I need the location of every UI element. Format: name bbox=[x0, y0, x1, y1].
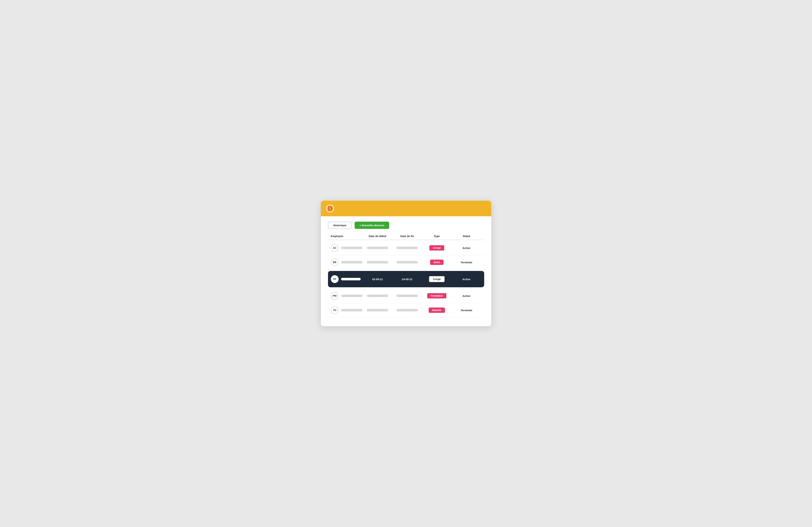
date-fin-cell bbox=[392, 309, 422, 311]
table-row[interactable]: AC Congé Active bbox=[328, 241, 484, 255]
avatar: TO bbox=[331, 306, 339, 314]
employee-cell: AC bbox=[331, 244, 363, 252]
date-debut-cell bbox=[363, 295, 392, 297]
table-row-selected[interactable]: FP 02-05-21 24-05-21 Congé Active bbox=[328, 271, 484, 287]
col-date-debut: Date de début bbox=[363, 235, 392, 238]
employee-cell: BR bbox=[331, 258, 363, 266]
type-cell: Congé bbox=[422, 276, 452, 282]
date-debut-placeholder bbox=[367, 309, 388, 311]
historique-button[interactable]: Historique bbox=[328, 222, 352, 229]
type-badge: Formation bbox=[427, 293, 446, 298]
date-fin-cell bbox=[392, 295, 422, 297]
date-debut-cell: 02-05-21 bbox=[363, 278, 392, 281]
type-badge: Congé bbox=[429, 276, 445, 282]
type-badge: Autre bbox=[430, 260, 444, 265]
name-placeholder bbox=[341, 309, 362, 311]
date-fin-placeholder bbox=[396, 261, 418, 263]
col-date-fin: Date de fin bbox=[392, 235, 422, 238]
table-row[interactable]: TO Maladie Terminée bbox=[328, 303, 484, 318]
statut-cell: Terminée bbox=[452, 309, 481, 312]
avatar: AC bbox=[331, 244, 339, 252]
date-fin-placeholder bbox=[396, 309, 418, 311]
date-fin-cell: 24-05-21 bbox=[392, 278, 422, 281]
date-debut-cell bbox=[363, 247, 392, 249]
app-window: D Historique + Nouvelle absence Employés… bbox=[321, 201, 491, 326]
col-statut: Statut bbox=[452, 235, 481, 238]
table-row[interactable]: PW Formation Active bbox=[328, 289, 484, 303]
employee-cell: PW bbox=[331, 292, 363, 300]
toolbar: Historique + Nouvelle absence bbox=[328, 222, 484, 229]
col-type: Type bbox=[422, 235, 452, 238]
table-header: Employés Date de début Date de fin Type … bbox=[328, 235, 484, 240]
table-row[interactable]: BR Autre Terminée bbox=[328, 255, 484, 269]
date-debut-placeholder bbox=[367, 295, 388, 297]
statut-cell: Active bbox=[452, 294, 481, 297]
date-fin-placeholder bbox=[396, 295, 418, 297]
nouvelle-absence-button[interactable]: + Nouvelle absence bbox=[354, 222, 389, 229]
avatar: BR bbox=[331, 258, 339, 266]
type-badge: Maladie bbox=[429, 308, 445, 313]
type-cell: Autre bbox=[422, 260, 452, 265]
date-fin-placeholder bbox=[396, 247, 418, 249]
date-debut-placeholder bbox=[367, 247, 388, 249]
col-employes: Employés bbox=[331, 235, 363, 238]
date-fin-cell bbox=[392, 261, 422, 263]
statut-cell: Terminée bbox=[452, 261, 481, 264]
type-cell: Formation bbox=[422, 293, 452, 298]
avatar: FP bbox=[331, 275, 339, 283]
main-content: Historique + Nouvelle absence Employés D… bbox=[321, 216, 491, 326]
date-debut-placeholder bbox=[367, 261, 388, 263]
logo: D bbox=[326, 205, 334, 213]
type-cell: Congé bbox=[422, 245, 452, 251]
date-debut-cell bbox=[363, 309, 392, 311]
date-debut-cell bbox=[363, 261, 392, 263]
logo-icon: D bbox=[326, 205, 334, 213]
statut-cell: Active bbox=[452, 247, 481, 249]
absence-table: Employés Date de début Date de fin Type … bbox=[328, 235, 484, 318]
name-placeholder bbox=[341, 295, 362, 297]
statut-cell: Active bbox=[452, 278, 481, 281]
name-placeholder bbox=[341, 261, 362, 263]
type-badge: Congé bbox=[429, 245, 444, 251]
date-fin-cell bbox=[392, 247, 422, 249]
name-placeholder bbox=[341, 278, 361, 280]
name-placeholder bbox=[341, 247, 362, 249]
avatar: PW bbox=[331, 292, 339, 300]
header-bar: D bbox=[321, 201, 491, 216]
employee-cell: FP bbox=[331, 275, 363, 283]
type-cell: Maladie bbox=[422, 308, 452, 313]
employee-cell: TO bbox=[331, 306, 363, 314]
